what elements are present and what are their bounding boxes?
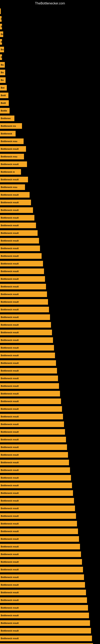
bar-label: Bottleneck result <box>1 392 19 395</box>
bar-label: Bottleneck result <box>1 255 19 257</box>
bar-label: Bottleneck result <box>1 308 19 311</box>
bar: Bo <box>0 70 5 75</box>
bar-row: Bottleneck res <box>0 123 100 129</box>
bar: B <box>0 54 2 60</box>
bar: Bottleneck result <box>0 414 63 420</box>
bar-row: Bottleneck result <box>0 352 100 359</box>
bar-label: Bottleneck resu <box>1 140 17 142</box>
bar: Bottleneck result <box>0 314 50 320</box>
bar-label: Bottleneck result <box>1 224 19 226</box>
bar-label: Bottleneck result <box>1 584 19 586</box>
bar-row: Bottleneck result <box>0 597 100 603</box>
bar-label: Bottleneck result <box>1 316 19 318</box>
bar-label: Bo <box>1 64 4 66</box>
bar-row: Bottleneck result <box>0 520 100 527</box>
bar: Bottleneck result <box>0 482 72 488</box>
bar: Bottleneck result <box>0 422 64 427</box>
bar: Bottleneck result <box>0 253 42 259</box>
bar: Bo <box>0 32 3 37</box>
bar: Bottleneck result <box>0 506 75 511</box>
bar-label: Bottleneck result <box>1 408 19 410</box>
bar-row: Bottleneck result <box>0 329 100 336</box>
bar-label: Bottleneck result <box>1 484 19 486</box>
bar-label: Bottleneck result <box>1 216 19 219</box>
bar-label: Bottleneck result <box>1 446 19 448</box>
bar-label: Bottleneck result <box>1 293 19 296</box>
bar: B <box>0 39 2 45</box>
bar-row: Bottleneck result <box>0 628 100 634</box>
bar-row: Bottleneck result <box>0 253 100 259</box>
bar-row: Bottleneck resu <box>0 138 100 144</box>
bar-label: Bottleneck result <box>1 240 19 242</box>
bar-row: Bottleneck result <box>0 452 100 458</box>
bar-label: Bottleneck result <box>1 492 19 494</box>
bar-row: Bottleneck result <box>0 413 100 420</box>
bar-label: Bottleneck result <box>1 339 19 341</box>
bar-row: Bo <box>0 46 100 53</box>
bar-row: Bottleneck result <box>0 474 100 481</box>
bar-label: Bottleneck result <box>1 400 19 402</box>
bar-label: Bottleneck result <box>1 377 19 380</box>
bar-label: Bottleneck result <box>1 201 19 204</box>
bar: Bottleneck result <box>0 605 88 610</box>
bar-row: Bo <box>0 62 100 68</box>
bar-row: Bottleneck result <box>0 283 100 290</box>
bar: Bottleneck result <box>0 345 54 350</box>
bar-row: Bottl <box>0 92 100 98</box>
bar-label: Bottleneck result <box>1 438 19 441</box>
bar-label: Bottleneck result <box>1 538 19 540</box>
bar-row: Bottleneck result <box>0 406 100 412</box>
bar-label: Bottleneck result <box>1 209 19 211</box>
bar-row: Bottleneck result <box>0 643 100 644</box>
bar: Bottleneck result <box>0 146 26 152</box>
bar-row: Bottl <box>0 100 100 106</box>
bar: Bottleneck result <box>0 528 78 534</box>
bar: Bottleneck result <box>0 490 73 496</box>
bar-row: Bottleneck result <box>0 398 100 404</box>
bar-row: Bottleneck result <box>0 207 100 213</box>
bar-row: Bottleneck result <box>0 314 100 320</box>
bar-label: Bottleneck result <box>1 476 19 479</box>
bar: Bottleneck result <box>0 268 44 274</box>
bar-row: Bottleneck result <box>0 360 100 366</box>
bar: Bo <box>0 62 5 68</box>
bar-label: Bottleneck result <box>1 416 19 418</box>
bar-row: Bottleneck result <box>0 635 100 642</box>
bar: Bottleneck result <box>0 467 70 473</box>
bar-label: Bo <box>1 33 3 36</box>
bar-row: Bottleneck result <box>0 536 100 542</box>
bar-row: Bottleneck result <box>0 245 100 252</box>
bar-label: B <box>1 25 2 28</box>
bar: Bottleneck result <box>0 376 58 381</box>
bar: Bottleneck result <box>0 383 59 389</box>
bar-label: Bottleneck result <box>1 270 19 272</box>
bar-label: B <box>1 18 1 20</box>
bar-row: Bottleneck result <box>0 505 100 512</box>
bar-row: Bottleneck result <box>0 467 100 473</box>
bar: Bottleneck result <box>0 162 27 167</box>
bar: Bottleneck result <box>0 620 90 626</box>
bar-label: Bottleneck result <box>1 346 19 349</box>
bar-label: Bottleneck resu <box>1 155 17 158</box>
bar-label: Bottleneck result <box>1 370 19 372</box>
bar-label: B <box>1 56 2 58</box>
bar: Bo <box>0 77 6 83</box>
bar-label: Bottleneck result <box>1 553 19 556</box>
bar-label: Bottleneck result <box>1 515 19 517</box>
bar: Bottleneck result <box>0 521 77 526</box>
bar-row: Bottleneck result <box>0 383 100 389</box>
bar-label: Bot <box>1 86 4 89</box>
bar: Bottleneck result <box>0 292 47 297</box>
bar-row: Bo <box>0 31 100 38</box>
bar-row: Bottleneck result <box>0 421 100 428</box>
bar-label: Bottleneck result <box>1 247 19 250</box>
bar: Bottleneck result <box>0 559 82 565</box>
bar: Bottleneck result <box>0 552 81 557</box>
bar-label: Bottleneck result <box>1 301 19 303</box>
bar: Bottleneck result <box>0 330 52 335</box>
bar: Bottleneck result <box>0 513 76 519</box>
bar-label: Bottleneck res <box>1 125 16 127</box>
bar: Bottleneck result <box>0 222 36 228</box>
bar-row: Bottlenec <box>0 115 100 122</box>
bar-row: Bottleneck result <box>0 498 100 504</box>
